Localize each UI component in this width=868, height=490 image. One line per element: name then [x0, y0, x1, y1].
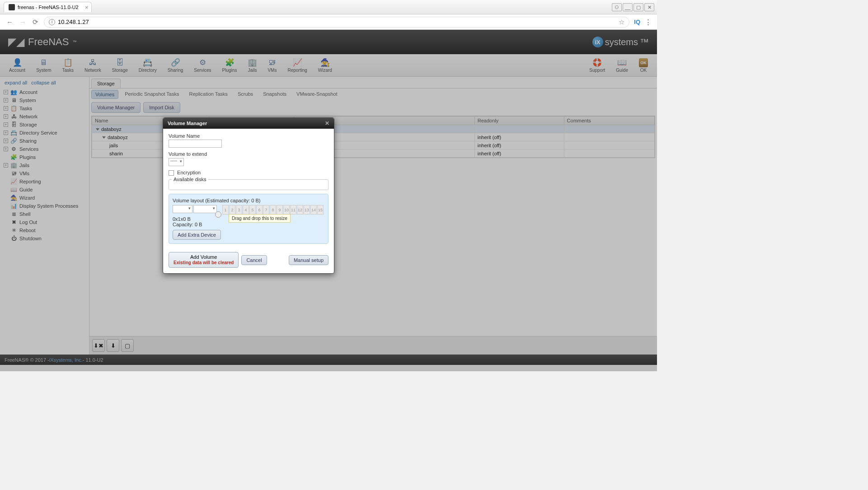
address-bar[interactable]: i ☆: [44, 17, 629, 28]
ruler-cell: 3: [236, 205, 242, 215]
ruler-cell: 4: [243, 205, 249, 215]
user-icon[interactable]: ⚇: [612, 3, 622, 11]
window-minimize[interactable]: __: [623, 3, 633, 11]
ruler-cell: 5: [249, 205, 256, 215]
ruler-cell: 13: [304, 205, 310, 215]
ruler-cell: 7: [263, 205, 269, 215]
cancel-button[interactable]: Cancel: [241, 255, 267, 265]
volume-name-label: Volume Name: [169, 133, 328, 139]
bookmark-star-icon[interactable]: ☆: [619, 18, 624, 26]
tab-title: freenas - FreeNAS-11.0-U2: [18, 5, 79, 10]
layout-type-select[interactable]: [173, 205, 192, 213]
volume-extend-select[interactable]: -----: [169, 158, 184, 166]
ruler-cell: 9: [277, 205, 283, 215]
layout-width-select[interactable]: [193, 205, 217, 213]
encryption-label: Encryption: [177, 170, 201, 175]
volume-manager-dialog: Volume Manager ✕ Volume Name Volume to e…: [163, 117, 334, 274]
available-disks-fieldset: Available disks: [169, 179, 328, 190]
layout-label: Volume layout (Estimated capacity: 0 B): [173, 198, 324, 203]
ruler-cell: 1: [222, 205, 229, 215]
ruler-cell: 12: [297, 205, 303, 215]
layout-ruler[interactable]: Drag and drop this to resize 12345678910…: [222, 205, 324, 215]
ruler-cell: 14: [310, 205, 317, 215]
browser-tab[interactable]: freenas - FreeNAS-11.0-U2 ×: [4, 2, 92, 12]
ruler-cell: 6: [256, 205, 263, 215]
ruler-cell: 2: [229, 205, 235, 215]
encryption-checkbox[interactable]: [169, 170, 174, 176]
dialog-close-icon[interactable]: ✕: [325, 120, 329, 126]
window-close[interactable]: ✕: [644, 3, 654, 11]
dialog-titlebar[interactable]: Volume Manager ✕: [163, 118, 334, 129]
volume-name-input[interactable]: [169, 140, 222, 148]
resize-handle-icon[interactable]: [215, 211, 221, 218]
volume-extend-label: Volume to extend: [169, 151, 328, 157]
ruler-cell: 8: [270, 205, 276, 215]
site-info-icon[interactable]: i: [49, 19, 55, 25]
volume-layout-box: Volume layout (Estimated capacity: 0 B) …: [169, 194, 328, 244]
dialog-title: Volume Manager: [168, 121, 207, 126]
window-titlebar: freenas - FreeNAS-11.0-U2 × ⚇ __ ▢ ✕: [0, 0, 657, 14]
tab-close-icon[interactable]: ×: [85, 4, 89, 11]
resize-tooltip: Drag and drop this to resize: [229, 214, 291, 223]
manual-setup-button[interactable]: Manual setup: [289, 255, 328, 265]
nav-reload-icon[interactable]: ⟳: [32, 18, 39, 26]
browser-menu-icon[interactable]: ⋮: [645, 18, 652, 26]
window-maximize[interactable]: ▢: [633, 3, 643, 11]
ruler-cell: 11: [290, 205, 296, 215]
url-input[interactable]: [58, 19, 616, 25]
tab-favicon: [9, 4, 15, 10]
nav-back-icon[interactable]: ←: [5, 18, 14, 26]
add-extra-device-button[interactable]: Add Extra Device: [173, 230, 221, 240]
add-volume-button[interactable]: Add Volume Existing data will be cleared: [169, 252, 239, 268]
ruler-cell: 10: [283, 205, 290, 215]
iq-extension-icon[interactable]: IQ: [634, 19, 640, 25]
browser-toolbar: ← → ⟳ i ☆ IQ ⋮: [0, 14, 657, 30]
nav-forward-icon[interactable]: →: [19, 18, 27, 26]
ruler-cell: 15: [317, 205, 324, 215]
available-disks-label: Available disks: [172, 177, 208, 182]
